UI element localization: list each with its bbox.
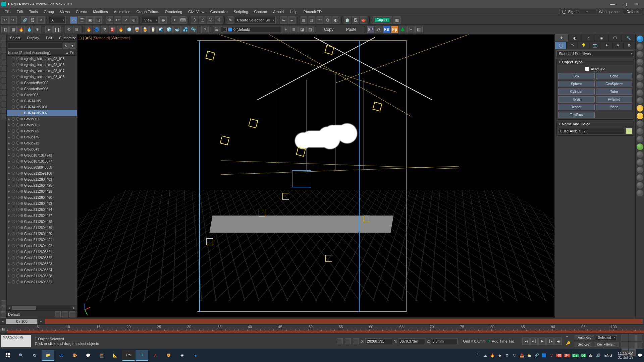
scene-item[interactable]: ▸Group175 [7, 134, 77, 140]
calculator-icon[interactable]: 🧮 [95, 350, 108, 361]
lights-subtab[interactable]: 💡 [578, 42, 589, 49]
menu-edit[interactable]: Edit [14, 9, 26, 14]
minimize-button[interactable]: — [606, 0, 619, 8]
maximize-button[interactable]: ▢ [619, 0, 631, 8]
menu-tools[interactable]: Tools [26, 9, 41, 14]
p2-icon[interactable]: 🌀 [93, 26, 100, 33]
r-icon-5[interactable] [637, 66, 643, 73]
r-icon-13[interactable] [637, 128, 643, 135]
scene-item[interactable]: ▸Group2112604429 [7, 188, 77, 194]
lock-selection-button[interactable] [337, 338, 343, 344]
p13-icon[interactable]: 💦 [181, 26, 189, 33]
next-frame-button[interactable]: ❙▸ [546, 338, 554, 345]
r-icon-7[interactable] [637, 82, 643, 88]
move-button[interactable]: ✥ [106, 16, 113, 24]
workspace-dropdown[interactable]: Default [623, 9, 642, 14]
timeslider-right[interactable]: ▸ [38, 319, 44, 323]
nav-orbit[interactable] [636, 342, 643, 349]
timeslider-track[interactable] [45, 319, 643, 324]
schematic-view-button[interactable]: ⌬ [324, 16, 331, 24]
menu-views[interactable]: Views [57, 9, 72, 14]
p9-icon[interactable]: 🥛 [149, 26, 157, 33]
bind-space-warp-button[interactable]: ≋ [37, 16, 45, 24]
render-frame-button[interactable]: 🖼 [352, 16, 359, 24]
p10-icon[interactable]: 🌊 [157, 26, 165, 33]
menu-content[interactable]: Content [252, 9, 270, 14]
scene-item[interactable]: ▸Group2112604489 [7, 225, 77, 231]
keyfilters-button[interactable]: Key Filters... [594, 342, 619, 347]
system-tray[interactable]: ˄ ☁ 🔥 ◆ ⚙ 🛡 📥 ⛅ 🔗 🟦 V 48 64 2.7 84 🖧 🔊 E… [475, 351, 643, 359]
edge-icon[interactable]: e [189, 350, 202, 361]
se-icon-7[interactable] [1, 72, 6, 77]
r-icon-11[interactable] [637, 113, 643, 119]
helpers-subtab[interactable]: ✦ [601, 42, 612, 49]
window-crossing-button[interactable]: ◫ [94, 16, 102, 24]
x2-icon[interactable]: ✂ [407, 26, 415, 33]
task-view-button[interactable]: ⧉ [28, 350, 41, 361]
menu-rendering[interactable]: Rendering [163, 9, 185, 14]
tray-ic-6[interactable]: ⛅ [527, 353, 532, 358]
goto-start-button[interactable]: ⏮ [522, 338, 530, 345]
scene-item[interactable]: cgaxis_electronics_02_016 [7, 62, 77, 68]
create-textplus-button[interactable]: TextPlus [558, 112, 595, 118]
onedrive-icon[interactable]: ☁ [482, 353, 488, 358]
layer-select-button[interactable]: ◪ [298, 26, 306, 33]
coord-x[interactable]: 28268.195 [365, 338, 392, 344]
display-tab[interactable]: 🖵 [608, 34, 622, 42]
hierarchy-tab[interactable]: ⛬ [582, 34, 595, 42]
scene-item[interactable]: ▸Group2112604492 [7, 243, 77, 249]
se-icon-f1[interactable] [1, 300, 6, 306]
r-icon-10[interactable] [637, 105, 643, 112]
create-plane-button[interactable]: Plane [596, 104, 633, 110]
track-bar[interactable]: ▤ 51015202530354045505560657075808590951… [0, 324, 644, 333]
create-torus-button[interactable]: Torus [558, 96, 595, 103]
add-time-tag[interactable]: Add Time Tag [487, 339, 518, 343]
scene-item[interactable]: ▸Group002 [7, 122, 77, 128]
copitor-button[interactable]: Copitor [372, 16, 392, 24]
scene-item[interactable]: ▸Group2098643888 [7, 164, 77, 170]
scene-item[interactable]: cgaxis_electronics_02_017 [7, 68, 77, 74]
scene-item[interactable]: ▸Group2112604483 [7, 200, 77, 206]
tray-ic-2[interactable]: ◆ [497, 353, 502, 358]
maxscript-mini-listener[interactable]: MAXScript Mi [1, 335, 31, 347]
render-setup-button[interactable]: 🍵 [344, 16, 351, 24]
create-pyramid-button[interactable]: Pyramid [596, 96, 633, 103]
k1-icon[interactable]: ⟲ [65, 26, 72, 33]
scene-foot-2[interactable] [62, 311, 68, 317]
name-color-header[interactable]: Name and Color [557, 121, 634, 127]
chrome-icon[interactable]: ◉ [176, 350, 189, 361]
se-icon-2[interactable] [1, 42, 6, 47]
menu-arnold[interactable]: Arnold [270, 9, 286, 14]
paste-button[interactable]: Paste [340, 26, 363, 33]
menu-graph-editors[interactable]: Graph Editors [134, 9, 162, 14]
motion-tab[interactable]: ◉ [595, 34, 608, 42]
scene-item[interactable]: ▸Group2112591106 [7, 170, 77, 176]
p7-icon[interactable]: 🥃 [133, 26, 141, 33]
coord-z[interactable]: 0.0mm [431, 338, 458, 344]
toggle-ribbon-button[interactable]: ▥ [308, 16, 315, 24]
action-center-icon[interactable]: 💬 [637, 353, 643, 358]
scene-item[interactable]: ▸Group212 [7, 140, 77, 146]
scene-item[interactable]: ▸Group005 [7, 128, 77, 134]
setkey-button[interactable]: Set Key [575, 342, 592, 347]
tree-icon[interactable]: 🌲 [399, 26, 407, 33]
layer-dropdown[interactable]: 0 (default) [221, 26, 281, 33]
se-icon-6[interactable] [1, 66, 6, 71]
object-type-header[interactable]: Object Type [557, 59, 634, 65]
se-icon-10[interactable] [1, 90, 6, 95]
selection-filter-dropdown[interactable]: All [49, 17, 66, 23]
p4-icon[interactable]: ⛽ [109, 26, 116, 33]
menu-civil-view[interactable]: Civil View [185, 9, 207, 14]
scene-item[interactable]: ▸Group2112608331 [7, 279, 77, 285]
r-icon-6[interactable] [637, 74, 643, 81]
p14-icon[interactable]: 🫧 [190, 26, 197, 33]
se-icon-8[interactable] [1, 78, 6, 83]
nav-zoom[interactable] [629, 335, 636, 341]
tray-up-icon[interactable]: ˄ [475, 353, 480, 358]
link-button[interactable]: 🔗 [21, 16, 29, 24]
geometry-subtab[interactable]: ◯ [555, 42, 567, 49]
key-filter-mode[interactable]: Selected [596, 335, 617, 340]
file-explorer-icon[interactable]: 📁 [42, 350, 54, 361]
tray-ic-8[interactable]: 🟦 [541, 353, 547, 358]
selection-set-edit-button[interactable]: ✎ [227, 16, 234, 24]
